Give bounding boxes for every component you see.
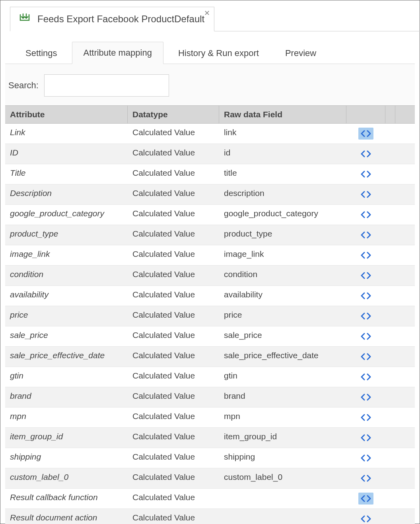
table-row[interactable]: gtinCalculated Valuegtin (5, 367, 415, 387)
cell-spacer (385, 245, 415, 265)
table-row[interactable]: availabilityCalculated Valueavailability (5, 286, 415, 306)
table-row[interactable]: LinkCalculated Valuelink (5, 124, 415, 144)
table-row[interactable]: Result callback functionCalculated Value (5, 489, 415, 509)
code-icon[interactable] (358, 432, 373, 444)
code-icon[interactable] (358, 229, 373, 241)
grid-body: LinkCalculated ValuelinkIDCalculated Val… (5, 124, 415, 524)
table-row[interactable]: Result document actionCalculated Value (5, 509, 415, 524)
code-icon[interactable] (358, 391, 373, 403)
table-row[interactable]: mpnCalculated Valuempn (5, 408, 415, 428)
code-icon[interactable] (358, 270, 373, 281)
cell-rawfield: title (219, 164, 346, 184)
window-tab-title: Feeds Export Facebook ProductDefault (37, 14, 204, 25)
code-icon[interactable] (358, 168, 373, 180)
code-icon[interactable] (358, 148, 373, 160)
cell-datatype: Calculated Value (128, 306, 219, 326)
col-header-datatype[interactable]: Datatype (128, 106, 219, 123)
code-icon[interactable] (358, 351, 373, 363)
cell-actions (346, 367, 385, 387)
attribute-grid: Attribute Datatype Raw data Field LinkCa… (5, 105, 415, 524)
code-icon[interactable] (358, 452, 373, 464)
cell-rawfield: description (219, 184, 346, 204)
table-row[interactable]: brandCalculated Valuebrand (5, 387, 415, 408)
cell-rawfield (219, 509, 346, 524)
code-icon[interactable] (358, 493, 373, 505)
content-pane: SettingsAttribute mappingHistory & Run e… (5, 31, 415, 519)
table-row[interactable]: product_typeCalculated Valueproduct_type (5, 225, 415, 245)
table-row[interactable]: sale_priceCalculated Valuesale_price (5, 326, 415, 347)
cell-rawfield: mpn (219, 408, 346, 427)
table-row[interactable]: priceCalculated Valueprice (5, 306, 415, 326)
cell-spacer (385, 448, 415, 468)
code-icon[interactable] (358, 310, 373, 322)
cell-actions (346, 428, 385, 448)
cell-spacer (385, 367, 415, 387)
cell-datatype: Calculated Value (128, 489, 219, 508)
code-icon[interactable] (358, 188, 373, 200)
cell-spacer (385, 266, 415, 285)
table-row[interactable]: TitleCalculated Valuetitle (5, 164, 415, 184)
cell-attribute: item_group_id (5, 428, 128, 448)
cell-rawfield: product_type (219, 225, 346, 245)
cell-datatype: Calculated Value (128, 144, 219, 164)
table-row[interactable]: conditionCalculated Valuecondition (5, 266, 415, 286)
table-row[interactable]: google_product_categoryCalculated Valueg… (5, 205, 415, 225)
close-icon[interactable]: ✕ (204, 10, 210, 17)
col-header-rawfield[interactable]: Raw data Field (219, 106, 346, 123)
cell-actions (346, 144, 385, 164)
cell-actions (346, 225, 385, 245)
cell-attribute: product_type (5, 225, 128, 245)
cell-datatype: Calculated Value (128, 184, 219, 204)
search-input[interactable] (44, 74, 169, 97)
cell-actions (346, 326, 385, 346)
cell-spacer (385, 387, 415, 407)
cell-attribute: condition (5, 266, 128, 285)
cell-spacer (385, 205, 415, 225)
code-icon[interactable] (358, 472, 373, 484)
cell-attribute: Result document action (5, 509, 128, 524)
cell-datatype: Calculated Value (128, 164, 219, 184)
cell-spacer (385, 124, 415, 144)
cell-rawfield: sale_price (219, 326, 346, 346)
code-icon[interactable] (358, 411, 373, 423)
window-tab-feeds-export[interactable]: Feeds Export Facebook ProductDefault ✕ (10, 7, 214, 31)
cell-actions (346, 124, 385, 144)
code-icon[interactable] (358, 209, 373, 221)
cell-actions (346, 164, 385, 184)
cell-attribute: Link (5, 124, 128, 144)
table-row[interactable]: sale_price_effective_dateCalculated Valu… (5, 347, 415, 367)
cell-actions (346, 509, 385, 524)
cell-actions (346, 489, 385, 508)
table-row[interactable]: shippingCalculated Valueshipping (5, 448, 415, 468)
code-icon[interactable] (358, 330, 373, 342)
cell-actions (346, 468, 385, 488)
nav-tab-history-run-export[interactable]: History & Run export (167, 42, 270, 64)
table-row[interactable]: IDCalculated Valueid (5, 144, 415, 164)
grid-header: Attribute Datatype Raw data Field (5, 105, 415, 124)
cell-datatype: Calculated Value (128, 408, 219, 427)
table-row[interactable]: item_group_idCalculated Valueitem_group_… (5, 428, 415, 448)
cell-spacer (385, 286, 415, 306)
col-header-attribute[interactable]: Attribute (5, 106, 128, 123)
code-icon[interactable] (358, 371, 373, 383)
cell-attribute: ID (5, 144, 128, 164)
table-row[interactable]: custom_label_0Calculated Valuecustom_lab… (5, 468, 415, 489)
code-icon[interactable] (358, 128, 373, 140)
cell-rawfield: brand (219, 387, 346, 407)
cell-attribute: mpn (5, 408, 128, 427)
code-icon[interactable] (358, 513, 373, 524)
search-label: Search: (8, 80, 39, 91)
table-row[interactable]: image_linkCalculated Valueimage_link (5, 245, 415, 266)
table-row[interactable]: DescriptionCalculated Valuedescription (5, 184, 415, 205)
cell-datatype: Calculated Value (128, 245, 219, 265)
nav-tab-attribute-mapping[interactable]: Attribute mapping (72, 42, 163, 64)
cell-spacer (385, 225, 415, 245)
cell-rawfield: availability (219, 286, 346, 306)
search-row: Search: (5, 70, 415, 105)
cell-rawfield: google_product_category (219, 205, 346, 225)
code-icon[interactable] (358, 249, 373, 261)
nav-tab-preview[interactable]: Preview (274, 42, 328, 64)
nav-tab-settings[interactable]: Settings (14, 42, 69, 64)
code-icon[interactable] (358, 290, 373, 302)
cell-actions (346, 347, 385, 367)
